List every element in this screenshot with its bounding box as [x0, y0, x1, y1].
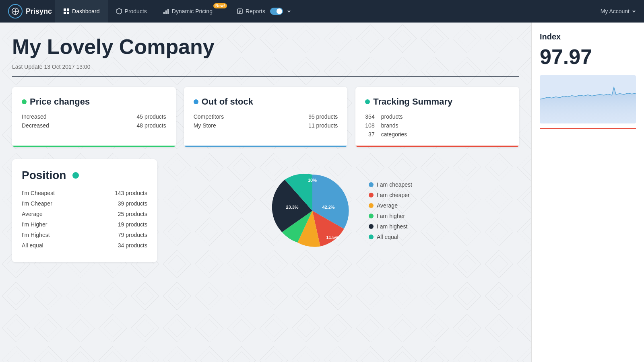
price-increased-label: Increased: [22, 113, 92, 120]
out-of-stock-dot: [194, 99, 198, 104]
price-decreased-label: Decreased: [22, 122, 92, 129]
legend-dot-highest: [369, 224, 374, 229]
price-increased-value: 45 products: [96, 113, 166, 120]
navbar: Prisync Dashboard Products Dynamic Prici…: [0, 0, 644, 23]
nav-dashboard[interactable]: Dashboard: [55, 0, 108, 23]
position-table: I'm Cheapest 143 products I'm Cheaper 39…: [22, 190, 147, 249]
nav-products-label: Products: [125, 8, 147, 14]
brand-icon: [8, 4, 23, 19]
bottom-section: Position I'm Cheapest 143 products I'm C…: [12, 159, 519, 262]
tracking-summary-title: Tracking Summary: [365, 97, 510, 107]
svg-marker-15: [540, 87, 636, 123]
svg-rect-2: [67, 8, 69, 11]
position-row: I'm Cheapest 143 products: [22, 190, 147, 196]
position-card: Position I'm Cheapest 143 products I'm C…: [12, 159, 157, 262]
svg-rect-5: [163, 12, 165, 14]
pie-label-highest: 23.3%: [286, 205, 298, 210]
cheaper-value: 39 products: [118, 200, 147, 207]
pie-chart: 42.2% 11.5% 23.3% 10%: [272, 171, 353, 251]
highest-label: I'm Highest: [22, 232, 50, 238]
my-store-value: 11 products: [268, 122, 338, 129]
position-dot: [72, 172, 79, 179]
index-chart-svg: [540, 75, 636, 123]
svg-rect-3: [64, 12, 66, 14]
legend-label-cheapest: I am cheapest: [377, 181, 412, 188]
main-content: My Lovely Company Last Update 13 Oct 201…: [0, 23, 644, 362]
tracking-data: 354 products 108 brands 37 categories: [365, 113, 510, 138]
average-value: 25 products: [118, 211, 147, 217]
legend-dot-cheaper: [369, 193, 374, 197]
index-title: Index: [540, 32, 636, 41]
price-decreased-value: 48 products: [96, 122, 166, 129]
pie-svg: 42.2% 11.5% 23.3% 10%: [272, 171, 353, 251]
out-of-stock-title: Out of stock: [194, 97, 338, 107]
main-panel: My Lovely Company Last Update 13 Oct 201…: [0, 23, 531, 362]
legend-cheaper: I am cheaper: [369, 192, 412, 198]
legend-label-all-equal: All equal: [377, 234, 398, 240]
price-changes-data: Increased 45 products Decreased 48 produ…: [22, 113, 166, 129]
legend-dot-cheapest: [369, 182, 374, 187]
all-equal-label: All equal: [22, 242, 43, 249]
my-store-label: My Store: [194, 122, 264, 129]
legend-cheapest: I am cheapest: [369, 181, 412, 188]
new-badge: New!: [213, 3, 227, 8]
svg-rect-6: [165, 10, 167, 14]
legend-dot-average: [369, 203, 374, 208]
out-of-stock-card: Out of stock Competitors 95 products My …: [184, 87, 348, 147]
categories-label: categories: [381, 131, 407, 138]
nav-reports[interactable]: Reports: [229, 0, 299, 23]
nav-dashboard-label: Dashboard: [72, 8, 100, 14]
higher-label: I'm Higher: [22, 221, 47, 228]
nav-reports-label: Reports: [246, 8, 265, 14]
brands-label: brands: [381, 122, 407, 129]
products-label: products: [381, 113, 407, 120]
legend-label-average: Average: [377, 202, 398, 209]
last-update: Last Update 13 Oct 2017 13:00: [12, 64, 519, 70]
position-row: I'm Higher 19 products: [22, 221, 147, 228]
position-row: Average 25 products: [22, 211, 147, 217]
legend-label-higher: I am higher: [377, 213, 405, 219]
competitors-value: 95 products: [268, 113, 338, 120]
price-changes-dot: [22, 99, 27, 104]
right-panel: Index 97.97: [531, 23, 644, 362]
brands-num: 108: [365, 122, 374, 129]
cheaper-label: I'm Cheaper: [22, 200, 52, 207]
all-equal-value: 34 products: [118, 242, 147, 249]
page-header: My Lovely Company Last Update 13 Oct 201…: [12, 35, 519, 77]
pie-label-cheapest: 42.2%: [322, 205, 334, 210]
index-divider: [540, 128, 636, 129]
competitors-label: Competitors: [194, 113, 264, 120]
my-account-label: My Account: [601, 8, 630, 14]
svg-rect-1: [64, 8, 66, 11]
legend-dot-higher: [369, 214, 374, 218]
brand-name: Prisync: [26, 7, 52, 16]
average-label: Average: [22, 211, 43, 217]
position-title: Position: [22, 169, 147, 182]
cheapest-label: I'm Cheapest: [22, 190, 55, 196]
nav-dynamic-pricing[interactable]: Dynamic Pricing New!: [155, 0, 229, 23]
categories-num: 37: [365, 131, 374, 138]
highest-value: 79 products: [118, 232, 147, 238]
position-row: All equal 34 products: [22, 242, 147, 249]
cheapest-value: 143 products: [115, 190, 147, 196]
legend-label-cheaper: I am cheaper: [377, 192, 410, 198]
nav-items: Dashboard Products Dynamic Pricing New! …: [55, 0, 601, 23]
brand-logo[interactable]: Prisync: [8, 4, 52, 19]
price-changes-title: Price changes: [22, 97, 166, 107]
nav-products[interactable]: Products: [108, 0, 155, 23]
chart-legend: I am cheapest I am cheaper Average I am …: [369, 181, 412, 240]
nav-dynamic-pricing-label: Dynamic Pricing: [172, 8, 213, 14]
index-chart: [540, 75, 636, 123]
out-of-stock-data: Competitors 95 products My Store 11 prod…: [194, 113, 338, 129]
reports-toggle[interactable]: [270, 8, 283, 15]
legend-label-highest: I am highest: [377, 223, 407, 230]
pie-label-all-equal: 10%: [308, 178, 317, 183]
svg-rect-4: [67, 12, 69, 14]
legend-highest: I am highest: [369, 223, 412, 230]
legend-all-equal: All equal: [369, 234, 412, 240]
pie-label-cheaper: 11.5%: [326, 235, 339, 240]
legend-dot-all-equal: [369, 234, 374, 239]
my-account[interactable]: My Account: [601, 8, 636, 14]
index-value: 97.97: [540, 45, 636, 69]
cards-row: Price changes Increased 45 products Decr…: [12, 87, 519, 147]
